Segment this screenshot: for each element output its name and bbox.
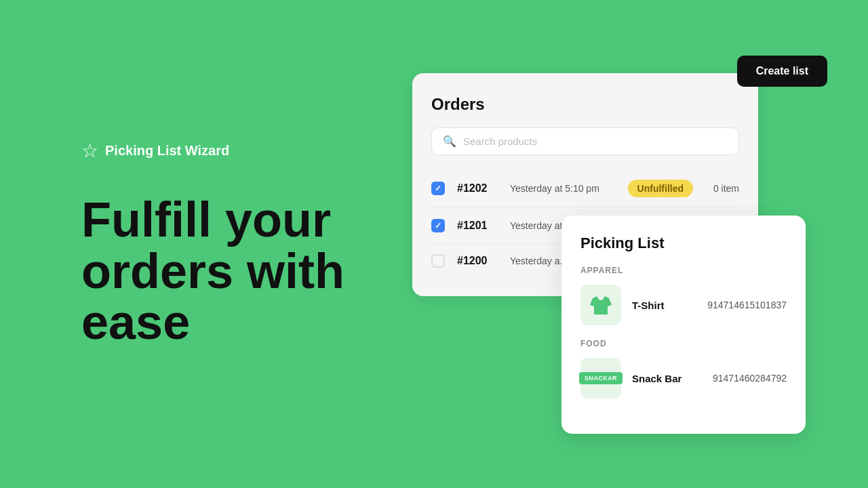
product-row-tshirt: T-Shirt 914714615101837 — [580, 285, 787, 325]
orders-title: Orders — [431, 95, 739, 114]
order-checkbox-1201[interactable] — [431, 219, 445, 232]
product-row-snackbar: SNACKAR Snack Bar 91471460284792 — [580, 358, 787, 399]
tshirt-name: T-Shirt — [632, 300, 696, 311]
tshirt-sku: 914714615101837 — [707, 300, 787, 310]
order-id-1202: #1202 — [457, 182, 498, 195]
category-label-food: FOOD — [580, 339, 787, 348]
order-date-1202: Yesterday at 5:10 pm — [510, 183, 616, 194]
picking-list-title: Picking List — [580, 235, 787, 252]
tshirt-image — [580, 285, 621, 325]
search-bar[interactable]: 🔍 Search products — [431, 127, 739, 155]
star-icon: ☆ — [81, 140, 98, 162]
search-placeholder: Search products — [463, 136, 537, 147]
left-section: ☆ Picking List Wizard Fulfill your order… — [0, 0, 380, 488]
category-label-apparel: APPAREL — [580, 266, 787, 275]
order-checkbox-1202[interactable] — [431, 182, 445, 195]
order-row[interactable]: #1202 Yesterday at 5:10 pm Unfulfilled 0… — [431, 170, 739, 207]
tshirt-icon — [587, 291, 614, 319]
snackbar-icon: SNACKAR — [579, 372, 623, 384]
create-list-button[interactable]: Create list — [737, 56, 827, 87]
order-id-1200: #1200 — [457, 255, 498, 267]
status-badge-1202: Unfulfilled — [628, 180, 693, 197]
snackbar-name: Snack Bar — [632, 373, 702, 384]
picking-list-panel: Picking List APPAREL T-Shirt 91471461510… — [561, 216, 806, 434]
snackbar-sku: 91471460284792 — [713, 373, 787, 384]
brand-name: Picking List Wizard — [105, 143, 229, 159]
item-count-1202: 0 item — [705, 183, 739, 194]
order-id-1201: #1201 — [457, 220, 498, 232]
snackbar-image: SNACKAR — [580, 358, 621, 399]
hero-text: Fulfill your orders with ease — [81, 195, 380, 348]
brand-logo: ☆ Picking List Wizard — [81, 140, 380, 162]
category-food: FOOD SNACKAR Snack Bar 91471460284792 — [580, 339, 787, 399]
search-icon: 🔍 — [443, 135, 456, 148]
category-apparel: APPAREL T-Shirt 914714615101837 — [580, 266, 787, 325]
order-checkbox-1200[interactable] — [431, 254, 445, 268]
